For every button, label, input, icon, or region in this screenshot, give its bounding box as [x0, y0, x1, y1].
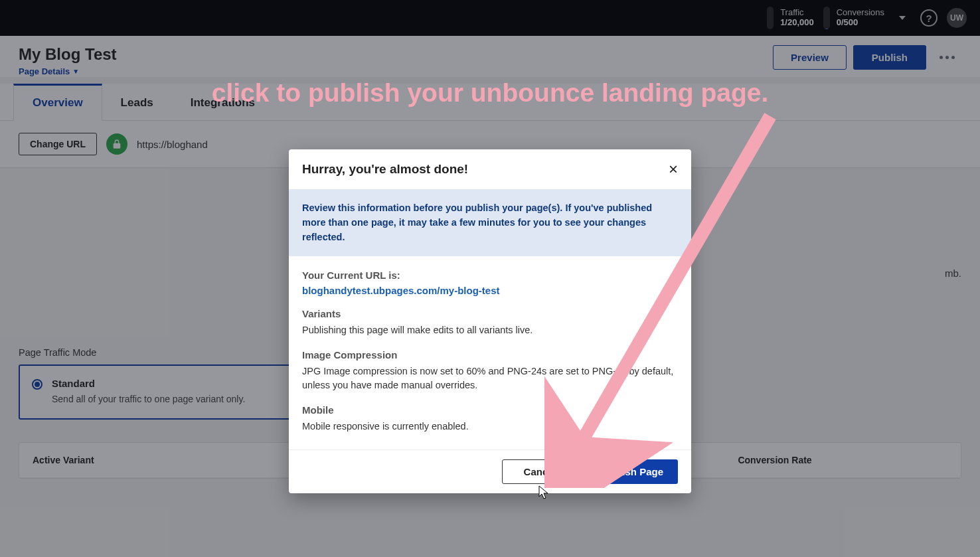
publish-page-button[interactable]: Publish Page	[586, 459, 678, 484]
current-url-label: Your Current URL is:	[302, 270, 678, 281]
cancel-button[interactable]: Cancel	[502, 459, 578, 484]
publish-confirm-modal: Hurray, you're almost done! × Review thi…	[289, 149, 691, 493]
close-icon[interactable]: ×	[669, 161, 678, 177]
mobile-label: Mobile	[302, 404, 678, 416]
image-compression-label: Image Compression	[302, 349, 678, 360]
modal-overlay: Hurray, you're almost done! × Review thi…	[0, 0, 980, 557]
mobile-text: Mobile responsive is currently enabled.	[302, 420, 678, 434]
variants-text: Publishing this page will make edits to …	[302, 323, 678, 337]
variants-label: Variants	[302, 308, 678, 319]
image-compression-text: JPG Image compression is now set to 60% …	[302, 364, 678, 392]
modal-notice: Review this information before you publi…	[289, 189, 691, 256]
current-url-value[interactable]: bloghandytest.ubpages.com/my-blog-test	[302, 285, 678, 296]
modal-title: Hurray, you're almost done!	[302, 162, 468, 177]
